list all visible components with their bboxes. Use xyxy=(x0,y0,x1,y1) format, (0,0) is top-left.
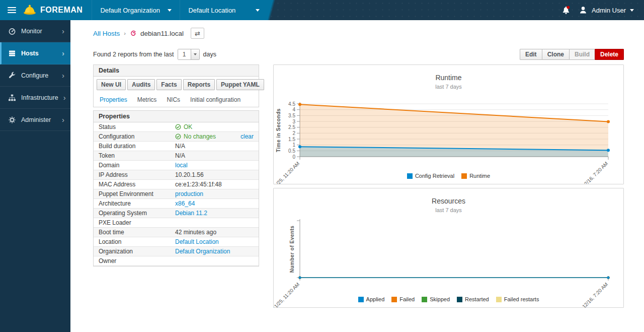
report-days-select[interactable]: 1 xyxy=(178,49,200,60)
x-tick-label: 11/25, 11:20 AM xyxy=(274,161,300,184)
sidebar-item-hosts[interactable]: Hosts› xyxy=(0,42,70,64)
breadcrumb-all-hosts-link[interactable]: All Hosts xyxy=(93,30,120,37)
property-value xyxy=(170,219,259,227)
legend-item-runtime[interactable]: Runtime xyxy=(461,173,490,179)
edit-button[interactable]: Edit xyxy=(520,49,542,60)
data-point xyxy=(299,277,301,279)
property-row-puppet-environment: Puppet Environment production xyxy=(94,189,259,199)
property-link[interactable]: x86_64 xyxy=(175,200,195,207)
legend-item-config-retrieval[interactable]: Config Retrieval xyxy=(407,173,454,179)
host-page-switcher-button[interactable]: ⇄ xyxy=(191,28,204,39)
legend-swatch xyxy=(422,297,427,302)
brand-title: FOREMAN xyxy=(40,6,83,15)
y-tick-label: 3.5 xyxy=(288,113,295,118)
chevron-down-icon xyxy=(630,9,634,12)
tab-initial-configuration[interactable]: Initial configuration xyxy=(185,93,246,107)
menu-toggle-icon[interactable] xyxy=(0,0,23,20)
legend-item-failed-restarts[interactable]: Failed restarts xyxy=(496,296,539,302)
legend-item-skipped[interactable]: Skipped xyxy=(422,296,450,302)
chevron-right-icon: › xyxy=(62,49,64,57)
property-value: x86_64 xyxy=(170,199,259,208)
tab-nics[interactable]: NICs xyxy=(162,93,185,107)
chart-title: Resources xyxy=(432,197,465,205)
resources-chart-panel: Resourceslast 7 daysNumber of Events11/2… xyxy=(273,188,624,308)
y-tick-label: 3 xyxy=(292,119,295,124)
property-label: Location xyxy=(94,237,170,246)
legend-label: Runtime xyxy=(469,173,490,179)
property-label: Organization xyxy=(94,247,170,256)
y-tick-label: 0.5 xyxy=(288,148,295,154)
legend-swatch xyxy=(358,297,364,302)
y-tick-label: 0 xyxy=(292,154,295,160)
status-text: No changes xyxy=(184,133,216,140)
data-point xyxy=(298,145,301,148)
legend-swatch xyxy=(496,297,502,302)
puppet-yaml-button[interactable]: Puppet YAML xyxy=(216,79,264,90)
y-tick-label: 4 xyxy=(292,107,295,112)
property-label: Build duration xyxy=(94,142,170,151)
tab-properties[interactable]: Properties xyxy=(95,93,132,107)
location-switcher[interactable]: Default Location xyxy=(180,0,268,20)
chevron-right-icon: › xyxy=(63,94,66,101)
property-row-location: Location Default Location xyxy=(94,237,259,247)
clone-button[interactable]: Clone xyxy=(542,49,570,60)
sidebar-item-monitor[interactable]: Monitor› xyxy=(0,20,70,42)
x-tick-label: 11/25, 11:20 AM xyxy=(274,282,300,307)
property-value: 42 minutes ago xyxy=(170,228,259,237)
property-row-domain: Domain local xyxy=(94,161,259,170)
host-name: debian11.local xyxy=(140,30,184,37)
clear-link[interactable]: clear xyxy=(240,133,254,140)
runtime-chart: Runtimelast 7 days00.511.522.533.544.5Ti… xyxy=(274,65,623,184)
data-point xyxy=(607,120,610,123)
legend-label: Skipped xyxy=(430,296,450,302)
sidebar: Monitor›Hosts›Configure›Infrastructure›A… xyxy=(0,20,70,332)
top-navbar: FOREMAN Default Organization Default Loc… xyxy=(0,0,644,20)
property-link[interactable]: local xyxy=(175,162,188,169)
property-label: Operating System xyxy=(94,209,170,218)
servers-icon xyxy=(8,49,16,57)
organization-switcher[interactable]: Default Organization xyxy=(92,0,180,20)
data-point xyxy=(607,277,610,279)
sidebar-item-configure[interactable]: Configure› xyxy=(0,64,70,87)
property-value: OK xyxy=(170,122,259,131)
y-tick-label: 2 xyxy=(292,130,295,136)
legend-item-restarted[interactable]: Restarted xyxy=(457,296,489,302)
select-dropdown-button[interactable] xyxy=(191,49,199,59)
chart-subtitle: last 7 days xyxy=(435,207,462,213)
foreman-logo-icon xyxy=(23,5,36,16)
legend-item-applied[interactable]: Applied xyxy=(358,296,385,302)
tab-metrics[interactable]: Metrics xyxy=(132,93,162,107)
property-link[interactable]: production xyxy=(175,190,203,197)
new-ui-button[interactable]: New UI xyxy=(97,79,126,90)
report-summary-suffix: days xyxy=(203,51,216,58)
location-label: Default Location xyxy=(188,7,235,14)
sidebar-item-administer[interactable]: Administer› xyxy=(0,109,70,131)
brand[interactable]: FOREMAN xyxy=(23,5,92,16)
property-label: Status xyxy=(94,122,170,131)
charts-column: Runtimelast 7 days00.511.522.533.544.5Ti… xyxy=(273,64,624,308)
property-label: Configuration xyxy=(94,132,170,141)
reports-button[interactable]: Reports xyxy=(183,79,215,90)
details-panel: Details New UIAuditsFactsReportsPuppet Y… xyxy=(93,64,259,107)
sidebar-item-infrastructure[interactable]: Infrastructure› xyxy=(0,87,70,109)
gear-icon xyxy=(8,116,16,124)
data-point xyxy=(298,103,301,106)
audits-button[interactable]: Audits xyxy=(127,79,155,90)
notifications-bell-icon[interactable] xyxy=(561,6,571,15)
property-label: Owner xyxy=(94,256,170,265)
property-row-operating-system: Operating System Debian 11.2 xyxy=(94,209,259,218)
delete-button[interactable]: Delete xyxy=(595,49,624,60)
property-link[interactable]: Debian 11.2 xyxy=(175,210,207,217)
chart-title: Runtime xyxy=(435,74,461,82)
property-text: 10.20.1.56 xyxy=(175,171,204,178)
facts-button[interactable]: Facts xyxy=(156,79,181,90)
user-icon xyxy=(579,6,588,15)
property-link[interactable]: Default Organization xyxy=(175,248,230,255)
details-buttons: New UIAuditsFactsReportsPuppet YAML xyxy=(94,77,259,93)
property-link[interactable]: Default Location xyxy=(175,238,219,245)
report-summary-prefix: Found 2 reports from the last xyxy=(93,51,174,58)
details-panel-title: Details xyxy=(94,65,259,77)
user-menu[interactable]: Admin User xyxy=(579,6,634,15)
host-action-buttons: EditCloneBuildDelete xyxy=(520,49,624,60)
legend-item-failed[interactable]: Failed xyxy=(391,296,415,302)
